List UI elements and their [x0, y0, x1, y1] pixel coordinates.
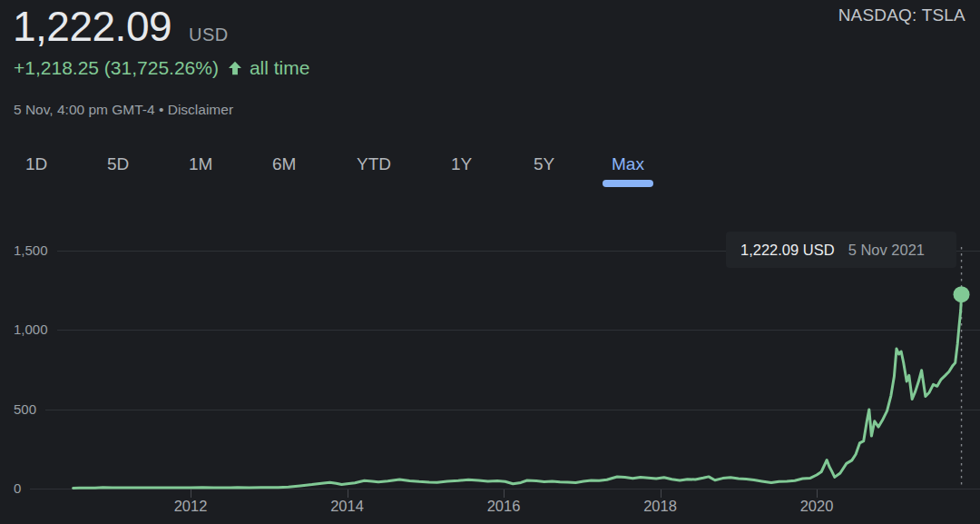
gridline — [57, 330, 980, 331]
y-axis-label: 1,500 — [14, 242, 48, 258]
y-axis-label: 1,000 — [14, 321, 48, 337]
x-axis-tick — [348, 489, 348, 498]
x-axis-label: 2018 — [643, 498, 677, 515]
x-axis-tick — [504, 489, 505, 498]
x-axis-tick — [191, 489, 191, 498]
y-axis-label: 500 — [14, 401, 36, 417]
x-axis-label: 2016 — [487, 498, 521, 515]
x-axis-label: 2012 — [174, 498, 208, 515]
stock-quote-widget: 1,222.09 USD NASDAQ: TSLA +1,218.25 (31,… — [0, 0, 980, 524]
chart-tooltip: 1,222.09 USD 5 Nov 2021 — [726, 232, 956, 268]
gridline — [30, 489, 980, 489]
x-axis-tick — [661, 489, 662, 498]
gridline — [45, 410, 980, 410]
tooltip-price: 1,222.09 USD — [740, 242, 835, 259]
y-axis-label: 0 — [14, 480, 21, 496]
x-axis-label: 2014 — [330, 498, 364, 515]
x-axis-label: 2020 — [800, 498, 834, 515]
tooltip-date: 5 Nov 2021 — [848, 242, 925, 259]
x-axis-tick — [817, 489, 818, 498]
last-price-marker — [954, 286, 970, 302]
price-chart-area[interactable]: 1,222.09 USD 5 Nov 2021 1,5001,000500020… — [0, 0, 980, 524]
price-line-series — [74, 294, 962, 488]
